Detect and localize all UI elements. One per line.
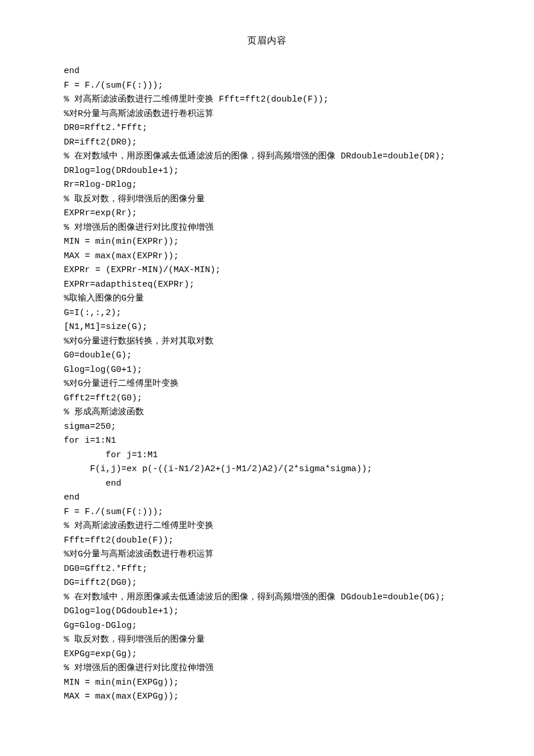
code-line: %对G分量进行数据转换，并对其取对数: [64, 335, 470, 349]
code-line: EXPRr = (EXPRr-MIN)/(MAX-MIN);: [64, 263, 470, 278]
code-line: G=I(:,:,2);: [64, 306, 470, 321]
code-line: % 对高斯滤波函数进行二维傅里叶变换: [64, 519, 470, 534]
code-line: %取输入图像的G分量: [64, 292, 470, 306]
code-line: MIN = min(min(EXPGg));: [64, 676, 470, 690]
code-line: MIN = min(min(EXPRr));: [64, 235, 470, 249]
code-line: F(i,j)=ex p(-((i-N1/2)A2+(j-M1/2)A2)/(2*…: [64, 462, 470, 477]
code-line: % 对增强后的图像进行对比度拉伸增强: [64, 221, 470, 236]
code-line: end: [64, 64, 470, 79]
code-line: MAX = max(max(EXPRr));: [64, 249, 470, 264]
code-line: Gg=Glog-DGlog;: [64, 619, 470, 634]
code-line: %对G分量进行二维傅里叶变换: [64, 377, 470, 392]
document-page: 页眉内容 endF = F./(sum(F(:)));% 对高斯滤波函数进行二维…: [0, 0, 534, 756]
code-line: DG=ifft2(DG0);: [64, 576, 470, 591]
code-line: %对R分量与高斯滤波函数进行卷积运算: [64, 107, 470, 122]
code-line: F = F./(sum(F(:)));: [64, 505, 470, 520]
code-line: DGlog=log(DGdouble+1);: [64, 605, 470, 619]
code-line: DRlog=log(DRdouble+1);: [64, 164, 470, 179]
code-line: G0=double(G);: [64, 349, 470, 363]
code-line: Ffft=fft2(double(F));: [64, 534, 470, 548]
code-line: MAX = max(max(EXPGg));: [64, 690, 470, 704]
code-line: % 对高斯滤波函数进行二维傅里叶变换 Ffft=fft2(double(F));: [64, 93, 470, 107]
code-line: DR0=Rfft2.*Ffft;: [64, 121, 470, 136]
code-line: % 对增强后的图像进行对比度拉伸增强: [64, 661, 470, 676]
code-line: sigma=250;: [64, 420, 470, 435]
code-line: % 在对数域中，用原图像减去低通滤波后的图像，得到高频增强的图像 DGdoubl…: [64, 591, 470, 605]
code-line: [N1,M1]=size(G);: [64, 320, 470, 335]
page-header: 页眉内容: [0, 35, 534, 47]
code-line: DG0=Gfft2.*Ffft;: [64, 562, 470, 577]
code-line: % 形成高斯滤波函数: [64, 406, 470, 420]
code-line: % 取反对数，得到增强后的图像分量: [64, 193, 470, 207]
code-line: % 在对数域中，用原图像减去低通滤波后的图像，得到高频增强的图像 DRdoubl…: [64, 150, 470, 164]
code-line: EXPRr=exp(Rr);: [64, 207, 470, 221]
code-line: end: [64, 477, 470, 491]
code-line: DR=ifft2(DR0);: [64, 136, 470, 150]
code-line: EXPRr=adapthisteq(EXPRr);: [64, 278, 470, 292]
code-block: endF = F./(sum(F(:)));% 对高斯滤波函数进行二维傅里叶变换…: [0, 64, 534, 704]
code-line: % 取反对数，得到增强后的图像分量: [64, 633, 470, 648]
code-line: %对G分量与高斯滤波函数进行卷积运算: [64, 548, 470, 562]
code-line: EXPGg=exp(Gg);: [64, 648, 470, 662]
code-line: Rr=Rlog-DRlog;: [64, 178, 470, 193]
code-line: end: [64, 491, 470, 505]
code-line: Glog=log(G0+1);: [64, 363, 470, 378]
code-line: for j=1:M1: [64, 448, 470, 463]
code-line: for i=1:N1: [64, 434, 470, 448]
code-line: F = F./(sum(F(:)));: [64, 79, 470, 93]
code-line: Gfft2=fft2(G0);: [64, 392, 470, 406]
